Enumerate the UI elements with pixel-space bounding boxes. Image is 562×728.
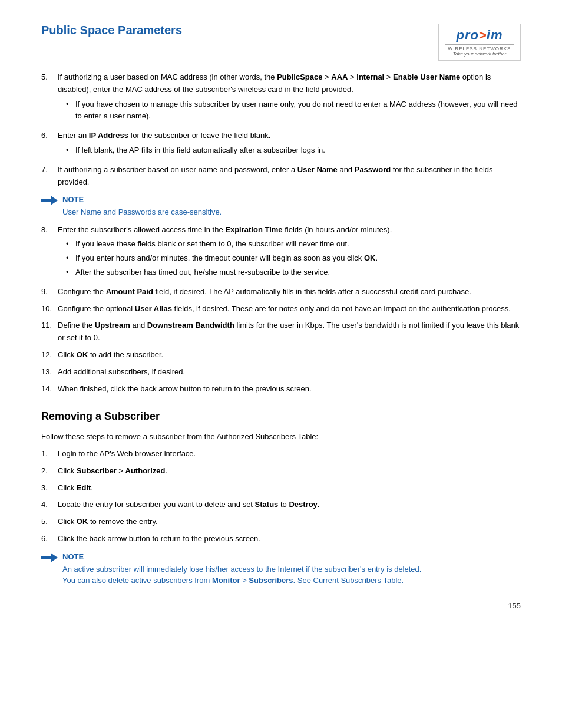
logo: pro > im WIRELESS NETWORKS Take your net… bbox=[438, 24, 521, 61]
list-content-10: Configure the optional User Alias fields… bbox=[58, 303, 521, 315]
sub-item-6-1: If left blank, the AP fills in this fiel… bbox=[66, 144, 521, 157]
note-2-see-link[interactable]: See Current Subscribers Table bbox=[297, 576, 402, 585]
main-list-1: 5. If authorizing a user based on MAC ad… bbox=[41, 71, 521, 188]
svg-rect-2 bbox=[41, 556, 51, 559]
content: 5. If authorizing a user based on MAC ad… bbox=[41, 71, 521, 587]
sub-list-5: If you have chosen to manage this subscr… bbox=[66, 98, 521, 123]
list-num-10: 10. bbox=[41, 303, 54, 315]
sub-item-8-3-text: After the subscriber has timed out, he/s… bbox=[75, 266, 330, 279]
list-num-14: 14. bbox=[41, 383, 54, 396]
list-num-s3: 3. bbox=[41, 482, 54, 495]
list-item-8: 8. Enter the subscriber's allowed access… bbox=[41, 224, 521, 281]
note-2-line2-end: . bbox=[402, 576, 404, 585]
sub-item-8-1: If you leave these fields blank or set t… bbox=[66, 238, 521, 251]
list-item-13: 13. Add additional subscribers, if desir… bbox=[41, 366, 521, 378]
note-2-subscribers-link[interactable]: Subscribers bbox=[249, 576, 293, 585]
list-num-8: 8. bbox=[41, 224, 54, 281]
list-content-s4: Locate the entry for subscriber you want… bbox=[58, 499, 521, 511]
list-item-14: 14. When finished, click the back arrow … bbox=[41, 383, 521, 396]
page-header: Public Space Parameters pro > im WIRELES… bbox=[41, 24, 521, 61]
list-item-7: 7. If authorizing a subscriber based on … bbox=[41, 164, 521, 189]
list-num-9: 9. bbox=[41, 286, 54, 298]
item6-text: Enter an IP Address for the subscriber o… bbox=[58, 131, 270, 140]
item10-text: Configure the optional User Alias fields… bbox=[58, 304, 511, 313]
sub-item-5-1-text: If you have chosen to manage this subscr… bbox=[75, 98, 521, 123]
list-num-s6: 6. bbox=[41, 533, 54, 545]
list-num-5: 5. bbox=[41, 71, 54, 125]
list-content-s5: Click OK to remove the entry. bbox=[58, 516, 521, 528]
item-s3-text: Click Edit. bbox=[58, 483, 93, 492]
sub-item-5-1: If you have chosen to manage this subscr… bbox=[66, 98, 521, 123]
list-item-s6: 6. Click the back arrow button to return… bbox=[41, 533, 521, 545]
note-2-monitor-bold: Monitor bbox=[212, 576, 240, 585]
sub-list-6: If left blank, the AP fills in this fiel… bbox=[66, 144, 521, 157]
list-num-13: 13. bbox=[41, 366, 54, 378]
item5-text: If authorizing a user based on MAC addre… bbox=[58, 73, 491, 94]
list-content-6: Enter an IP Address for the subscriber o… bbox=[58, 130, 521, 159]
note-box-1: NOTE User Name and Passwords are case-se… bbox=[41, 194, 521, 218]
list-content-5: If authorizing a user based on MAC addre… bbox=[58, 71, 521, 125]
svg-marker-3 bbox=[51, 553, 58, 562]
item-s5-text: Click OK to remove the entry. bbox=[58, 517, 158, 526]
main-list-2: 8. Enter the subscriber's allowed access… bbox=[41, 224, 521, 396]
list-content-11: Define the Upstream and Downstream Bandw… bbox=[58, 319, 521, 344]
list-num-s2: 2. bbox=[41, 465, 54, 477]
list-item-s2: 2. Click Subscriber > Authorized. bbox=[41, 465, 521, 477]
item-s2-text: Click Subscriber > Authorized. bbox=[58, 466, 167, 475]
note-2-label: NOTE bbox=[62, 552, 84, 561]
note-1-content: NOTE User Name and Passwords are case-se… bbox=[62, 194, 521, 218]
list-item-10: 10. Configure the optional User Alias fi… bbox=[41, 303, 521, 315]
note-2-line1: An active subscriber will immediately lo… bbox=[62, 565, 421, 574]
list-content-s3: Click Edit. bbox=[58, 482, 521, 495]
list-content-7: If authorizing a subscriber based on use… bbox=[58, 164, 521, 189]
note-2-line2-mid: > bbox=[240, 576, 249, 585]
main-list-3: 1. Login to the AP's Web browser interfa… bbox=[41, 448, 521, 545]
logo-wireless-text: WIRELESS NETWORKS bbox=[445, 46, 514, 51]
list-item-s3: 3. Click Edit. bbox=[41, 482, 521, 495]
item-s4-text: Locate the entry for subscriber you want… bbox=[58, 500, 319, 509]
item-s6-text: Click the back arrow button to return to… bbox=[58, 534, 260, 543]
logo-divider bbox=[445, 44, 514, 45]
list-content-12: Click OK to add the subscriber. bbox=[58, 349, 521, 361]
item13-text: Add additional subscribers, if desired. bbox=[58, 367, 185, 376]
note-1-text: User Name and Passwords are case-sensiti… bbox=[62, 206, 521, 218]
list-item-6: 6. Enter an IP Address for the subscribe… bbox=[41, 130, 521, 159]
list-content-8: Enter the subscriber's allowed access ti… bbox=[58, 224, 521, 281]
note-arrow-svg bbox=[41, 195, 58, 206]
svg-rect-0 bbox=[41, 199, 51, 203]
note-2-content: NOTE An active subscriber will immediate… bbox=[62, 551, 521, 587]
note-box-2: NOTE An active subscriber will immediate… bbox=[41, 551, 521, 587]
note-2-line2-pre: You can also delete active subscribers f… bbox=[62, 576, 212, 585]
item-s1-text: Login to the AP's Web browser interface. bbox=[58, 449, 196, 458]
list-num-s4: 4. bbox=[41, 499, 54, 511]
item8-text: Enter the subscriber's allowed access ti… bbox=[58, 225, 392, 234]
logo-tagline: Take your network further bbox=[445, 51, 514, 57]
sub-item-8-2-text: If you enter hours and/or minutes, the t… bbox=[75, 252, 378, 265]
list-num-11: 11. bbox=[41, 319, 54, 344]
logo-arrow-icon: > bbox=[479, 28, 487, 43]
list-content-13: Add additional subscribers, if desired. bbox=[58, 366, 521, 378]
section2-intro: Follow these steps to remove a subscribe… bbox=[41, 431, 521, 443]
list-item-5: 5. If authorizing a user based on MAC ad… bbox=[41, 71, 521, 125]
list-content-9: Configure the Amount Paid field, if desi… bbox=[58, 286, 521, 298]
page-title: Public Space Parameters bbox=[41, 24, 182, 37]
item12-text: Click OK to add the subscriber. bbox=[58, 350, 163, 359]
sub-list-8: If you leave these fields blank or set t… bbox=[66, 238, 521, 278]
list-item-11: 11. Define the Upstream and Downstream B… bbox=[41, 319, 521, 344]
note-2-line2: You can also delete active subscribers f… bbox=[62, 576, 404, 585]
list-item-s1: 1. Login to the AP's Web browser interfa… bbox=[41, 448, 521, 460]
note-2-arrow-svg bbox=[41, 552, 58, 564]
list-content-s6: Click the back arrow button to return to… bbox=[58, 533, 521, 545]
item11-text: Define the Upstream and Downstream Bandw… bbox=[58, 321, 519, 342]
list-num-7: 7. bbox=[41, 164, 54, 189]
list-item-9: 9. Configure the Amount Paid field, if d… bbox=[41, 286, 521, 298]
list-content-s1: Login to the AP's Web browser interface. bbox=[58, 448, 521, 460]
item7-text: If authorizing a subscriber based on use… bbox=[58, 165, 493, 186]
item9-text: Configure the Amount Paid field, if desi… bbox=[58, 287, 471, 296]
sub-item-8-2: If you enter hours and/or minutes, the t… bbox=[66, 252, 521, 265]
sub-item-8-3: After the subscriber has timed out, he/s… bbox=[66, 266, 521, 279]
svg-marker-1 bbox=[51, 196, 58, 205]
note-2-subscribers-bold: Subscribers bbox=[249, 576, 293, 585]
section2-title: Removing a Subscriber bbox=[41, 408, 521, 425]
logo-line: pro > im bbox=[445, 28, 514, 43]
